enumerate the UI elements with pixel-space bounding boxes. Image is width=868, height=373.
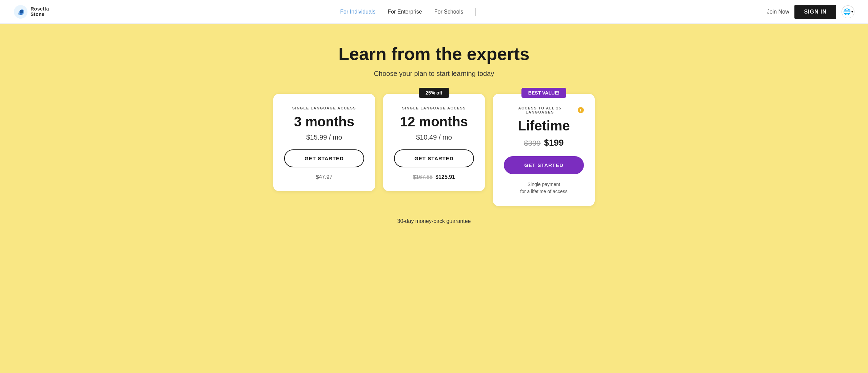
nav-links: For Individuals For Enterprise For Schoo… bbox=[340, 8, 476, 16]
money-back-guarantee: 30-day money-back guarantee bbox=[397, 218, 471, 224]
plan-lifetime-discounted-price: $199 bbox=[544, 138, 564, 148]
hero-title: Learn from the experts bbox=[338, 44, 530, 64]
chevron-down-icon: ▾ bbox=[851, 10, 853, 14]
navbar: Rosetta Stone For Individuals For Enterp… bbox=[0, 0, 868, 24]
plan-3-month-total: $47.97 bbox=[284, 174, 364, 180]
plan-12-month-total: $167.88 $125.91 bbox=[394, 174, 474, 180]
plan-12-month-cta[interactable]: GET STARTED bbox=[394, 149, 474, 167]
plan-12-month-duration: 12 months bbox=[394, 114, 474, 129]
language-selector-button[interactable]: 🌐 ▾ bbox=[842, 5, 854, 18]
plan-lifetime: BEST VALUE! ACCESS TO ALL 25 LANGUAGES i… bbox=[493, 94, 595, 206]
plan-3-month-duration: 3 months bbox=[284, 114, 364, 129]
plan-3-month-label: SINGLE LANGUAGE ACCESS bbox=[284, 106, 364, 110]
plan-lifetime-duration: Lifetime bbox=[504, 118, 584, 133]
plan-12-month: 25% off SINGLE LANGUAGE ACCESS 12 months… bbox=[383, 94, 485, 191]
plan-lifetime-note: Single paymentfor a lifetime of access bbox=[504, 181, 584, 195]
plan-12-month-price: $10.49 / mo bbox=[394, 133, 474, 141]
plan-lifetime-original-price: $399 bbox=[524, 139, 541, 147]
plan-12-month-label: SINGLE LANGUAGE ACCESS bbox=[394, 106, 474, 110]
info-icon[interactable]: i bbox=[578, 107, 584, 113]
plan-12-month-discounted-price: $125.91 bbox=[435, 174, 455, 180]
hero-subtitle: Choose your plan to start learning today bbox=[374, 70, 494, 78]
plan-3-month: SINGLE LANGUAGE ACCESS 3 months $15.99 /… bbox=[273, 94, 375, 191]
logo-icon bbox=[14, 5, 28, 19]
nav-actions: Join Now SIGN IN 🌐 ▾ bbox=[767, 5, 854, 19]
plan-lifetime-price-block: $399 $199 bbox=[504, 138, 584, 148]
hero-section: Learn from the experts Choose your plan … bbox=[0, 24, 868, 373]
plan-3-month-price: $15.99 / mo bbox=[284, 133, 364, 141]
svg-point-1 bbox=[20, 10, 23, 13]
plan-12-month-original-price: $167.88 bbox=[413, 174, 433, 180]
plan-3-month-cta[interactable]: GET STARTED bbox=[284, 149, 364, 167]
sign-in-button[interactable]: SIGN IN bbox=[794, 5, 836, 19]
plan-12-month-badge: 25% off bbox=[419, 88, 449, 98]
pricing-grid: SINGLE LANGUAGE ACCESS 3 months $15.99 /… bbox=[273, 94, 595, 206]
globe-icon: 🌐 bbox=[843, 8, 851, 16]
plan-lifetime-badge: BEST VALUE! bbox=[521, 88, 566, 98]
nav-link-for-individuals[interactable]: For Individuals bbox=[340, 9, 375, 15]
join-now-button[interactable]: Join Now bbox=[767, 9, 789, 15]
nav-divider bbox=[475, 8, 476, 16]
logo[interactable]: Rosetta Stone bbox=[14, 5, 49, 19]
nav-link-for-enterprise[interactable]: For Enterprise bbox=[388, 9, 422, 15]
logo-text: Rosetta Stone bbox=[31, 6, 49, 17]
plan-lifetime-label: ACCESS TO ALL 25 LANGUAGES i bbox=[504, 106, 584, 114]
plan-lifetime-cta[interactable]: GET STARTED bbox=[504, 156, 584, 174]
nav-link-for-schools[interactable]: For Schools bbox=[434, 9, 463, 15]
